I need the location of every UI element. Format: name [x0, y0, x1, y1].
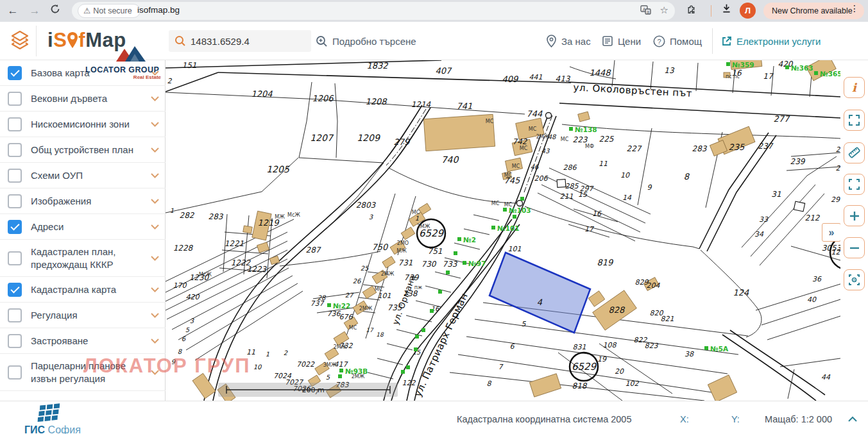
zoom-in-tool-button[interactable] [844, 205, 865, 226]
svg-text:286: 286 [563, 163, 577, 172]
layers-menu-button[interactable] [8, 28, 32, 53]
svg-text:1208: 1208 [365, 97, 387, 106]
ruler-icon [847, 146, 861, 160]
select-area-tool-button[interactable] [844, 110, 865, 131]
locate-tool-button[interactable] [844, 269, 865, 290]
fullscreen-tool-button[interactable] [844, 174, 865, 195]
map-viewport[interactable]: 4652965291511832407409441413144842013161… [166, 60, 840, 401]
svg-text:МС: МС [375, 287, 383, 292]
checkbox[interactable] [8, 283, 22, 297]
minus-icon [849, 242, 860, 254]
checkbox[interactable] [8, 334, 22, 348]
kebab-menu-icon[interactable]: ⋮ [850, 3, 859, 13]
sidebar-item-label: Регулация [31, 309, 151, 322]
svg-text:20: 20 [615, 367, 624, 376]
sidebar-item-low-emission[interactable]: Нискоемисионни зони [0, 112, 166, 137]
sidebar-item-images[interactable]: Изображения [0, 188, 166, 214]
svg-text:2МО: 2МО [397, 240, 409, 246]
chevron-down-icon[interactable] [151, 338, 159, 344]
chevron-down-icon[interactable] [151, 256, 159, 261]
checkbox[interactable] [8, 365, 22, 380]
layers-sidebar: Базова карта Вековни дървета Нискоемисио… [0, 60, 166, 401]
sidebar-item-addresses[interactable]: Адреси [0, 214, 166, 240]
svg-text:№359: №359 [732, 61, 754, 69]
checkbox[interactable] [8, 66, 22, 80]
sidebar-item-general-plan[interactable]: Общ устройствен план [0, 137, 166, 163]
translate-icon[interactable]: Aa [640, 4, 651, 15]
collapse-panel-button[interactable]: » [822, 223, 840, 242]
cadastral-map[interactable]: 4652965291511832407409441413144842013161… [166, 60, 840, 401]
gis-sofia-label: ГИС София [24, 424, 81, 434]
search-input[interactable] [191, 30, 306, 52]
chevron-down-icon[interactable] [151, 96, 159, 101]
address-bar[interactable]: ⚠Not secure isofmap.bg Aa ☆ [72, 2, 675, 20]
gis-sofia-logo[interactable]: ГИС София [19, 403, 83, 425]
bookmark-star-icon[interactable]: ☆ [660, 4, 668, 15]
chevron-down-icon[interactable] [151, 224, 159, 230]
profile-avatar[interactable]: Л [740, 3, 756, 19]
sidebar-item-cadastral-plan[interactable]: Кадастрален план, предхождащ КККР [0, 240, 166, 277]
svg-text:7: 7 [498, 363, 504, 371]
browser-toolbar: ← → ⚠Not secure isofmap.bg Aa ☆ Л New Ch… [0, 0, 868, 22]
back-icon[interactable]: ← [5, 3, 21, 19]
chrome-update-button[interactable]: New Chrome available ⋮ [763, 3, 864, 19]
y-coordinate-label: Y: [731, 414, 740, 424]
logo-part: Map [85, 29, 126, 51]
app-logo[interactable]: iSfMap [47, 29, 126, 52]
chevron-down-icon[interactable] [151, 313, 159, 318]
sidebar-item-base-map[interactable]: Базова карта [0, 60, 166, 86]
svg-text:№22: №22 [333, 302, 350, 310]
chevron-down-icon[interactable] [151, 287, 159, 292]
help-button[interactable]: ? Помощ [653, 30, 702, 52]
chevron-down-icon[interactable] [151, 199, 159, 204]
sidebar-item-old-trees[interactable]: Вековни дървета [0, 86, 166, 112]
chevron-down-icon[interactable] [151, 147, 159, 153]
prices-button[interactable]: Цени [602, 30, 641, 52]
sidebar-item-label: Изображения [31, 195, 151, 208]
reload-icon[interactable] [47, 3, 63, 19]
advanced-search-button[interactable]: Подробно търсене [316, 30, 416, 52]
chevron-down-icon[interactable] [151, 122, 159, 127]
svg-text:19: 19 [597, 355, 607, 363]
sidebar-item-development[interactable]: Застрояване [0, 328, 166, 354]
zoom-out-tool-button[interactable] [844, 237, 865, 258]
info-tool-button[interactable]: i [844, 77, 865, 98]
svg-text:25: 25 [361, 265, 369, 272]
chevron-down-icon[interactable] [151, 71, 159, 76]
svg-text:277: 277 [774, 114, 791, 124]
checkbox[interactable] [8, 251, 22, 265]
svg-text:413: 413 [556, 74, 571, 83]
svg-text:?: ? [657, 37, 661, 45]
sidebar-item-parcel-plans[interactable]: Парцеларни планове извън регулация [0, 354, 166, 391]
svg-text:828: 828 [609, 305, 626, 315]
svg-text:1448: 1448 [589, 68, 611, 78]
checkbox[interactable] [8, 92, 22, 106]
forward-icon[interactable]: → [27, 3, 42, 19]
checkbox[interactable] [8, 220, 22, 234]
sidebar-item-label: Схеми ОУП [31, 169, 151, 182]
sidebar-item-oup-schemes[interactable]: Схеми ОУП [0, 163, 166, 188]
sidebar-item-label: Вековни дървета [31, 92, 151, 105]
chevron-up-icon[interactable] [848, 416, 857, 422]
measure-tool-button[interactable] [844, 142, 865, 163]
checkbox[interactable] [8, 169, 22, 183]
checkbox[interactable] [8, 117, 22, 131]
svg-text:420: 420 [186, 293, 200, 301]
svg-text:1209: 1209 [357, 133, 380, 143]
download-icon[interactable] [719, 3, 734, 19]
chevron-down-icon[interactable] [151, 173, 159, 178]
about-button[interactable]: За нас [546, 30, 591, 52]
sidebar-item-cadastral-map[interactable]: Кадастрална карта [0, 277, 166, 303]
checkbox[interactable] [8, 143, 22, 157]
extensions-icon[interactable] [683, 3, 699, 19]
checkbox[interactable] [8, 194, 22, 208]
chevron-down-icon[interactable] [151, 370, 159, 375]
svg-text:МЖ: МЖ [275, 214, 285, 220]
app-window: ← → ⚠Not secure isofmap.bg Aa ☆ Л New Ch… [0, 0, 868, 434]
eservices-button[interactable]: Електронни услуги [721, 30, 821, 52]
svg-text:200 m: 200 m [302, 386, 324, 394]
sidebar-item-regulation[interactable]: Регулация [0, 303, 166, 328]
checkbox[interactable] [8, 308, 22, 322]
not-secure-chip[interactable]: ⚠Not secure [78, 4, 140, 18]
svg-text:МС: МС [349, 325, 357, 331]
